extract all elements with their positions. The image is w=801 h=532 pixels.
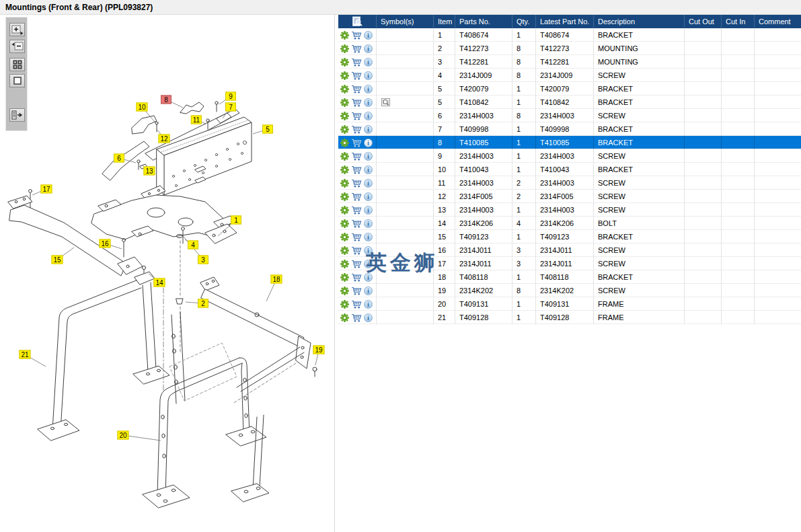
callout-16[interactable]: 16 bbox=[99, 239, 110, 248]
cart-icon[interactable] bbox=[351, 85, 362, 93]
parts-table-row[interactable]: i8T4100851T410085BRACKET bbox=[338, 136, 801, 149]
parts-table-row[interactable]: i142314K20642314K206BOLT bbox=[338, 217, 801, 230]
parts-table-row[interactable]: i3T4122818T412281MOUNTING bbox=[338, 55, 801, 69]
info-icon[interactable]: i bbox=[364, 233, 373, 241]
gear-icon[interactable] bbox=[340, 206, 349, 215]
gear-icon[interactable] bbox=[340, 152, 349, 161]
gear-icon[interactable] bbox=[340, 165, 349, 174]
info-icon[interactable]: i bbox=[364, 125, 373, 134]
column-header-qty[interactable]: Qty. bbox=[512, 15, 536, 28]
parts-table-row[interactable]: i1T4086741T408674BRACKET bbox=[338, 28, 801, 42]
gear-icon[interactable] bbox=[340, 85, 349, 93]
info-icon[interactable]: i bbox=[364, 112, 373, 120]
parts-table-row[interactable]: i18T4081181T408118BRACKET bbox=[338, 270, 801, 284]
gear-icon[interactable] bbox=[340, 300, 349, 309]
info-icon[interactable]: i bbox=[364, 313, 373, 322]
gear-icon[interactable] bbox=[340, 44, 349, 53]
callout-17[interactable]: 17 bbox=[40, 185, 52, 194]
callout-9[interactable]: 9 bbox=[225, 92, 236, 101]
column-header-comment[interactable]: Comment bbox=[755, 15, 801, 28]
cart-icon[interactable] bbox=[351, 219, 362, 228]
callout-8[interactable]: 8 bbox=[161, 96, 171, 104]
column-header-cut_out[interactable]: Cut Out bbox=[685, 15, 722, 28]
callout-1[interactable]: 1 bbox=[231, 216, 241, 225]
zoom-in-button[interactable] bbox=[9, 23, 25, 36]
info-icon[interactable]: i bbox=[364, 139, 373, 147]
parts-table-row[interactable]: i15T4091231T409123BRACKET bbox=[338, 230, 801, 243]
zoom-out-button[interactable] bbox=[9, 40, 25, 53]
parts-table-row[interactable]: i162314J01132314J011SCREW bbox=[338, 243, 801, 257]
parts-table-row[interactable]: i 5T4108421T410842BRACKET bbox=[338, 96, 801, 109]
callout-19[interactable]: 19 bbox=[313, 346, 324, 354]
column-header-parts_no[interactable]: Parts No. bbox=[455, 15, 512, 28]
parts-table-row[interactable]: i2T4122738T412273MOUNTING bbox=[338, 42, 801, 55]
info-icon[interactable]: i bbox=[364, 44, 373, 53]
cart-icon[interactable] bbox=[351, 300, 362, 309]
cart-icon[interactable] bbox=[351, 273, 362, 282]
cart-icon[interactable] bbox=[351, 98, 362, 107]
info-icon[interactable]: i bbox=[364, 152, 373, 161]
cart-icon[interactable] bbox=[351, 246, 362, 255]
gear-icon[interactable] bbox=[340, 192, 349, 201]
cart-icon[interactable] bbox=[351, 313, 362, 322]
parts-table-row[interactable]: i7T4099981T409998BRACKET bbox=[338, 122, 801, 136]
callout-11[interactable]: 11 bbox=[191, 116, 202, 124]
cart-icon[interactable] bbox=[351, 165, 362, 174]
info-icon[interactable]: i bbox=[364, 287, 373, 295]
column-header-cut_in[interactable]: Cut In bbox=[722, 15, 755, 28]
info-icon[interactable]: i bbox=[364, 192, 373, 201]
info-icon[interactable]: i bbox=[364, 165, 373, 174]
gear-icon[interactable] bbox=[340, 71, 349, 80]
gear-icon[interactable] bbox=[340, 246, 349, 255]
callout-7[interactable]: 7 bbox=[225, 103, 236, 112]
cart-icon[interactable] bbox=[351, 31, 362, 40]
info-icon[interactable]: i bbox=[364, 273, 373, 282]
cart-icon[interactable] bbox=[351, 192, 362, 201]
cart-icon[interactable] bbox=[351, 152, 362, 161]
info-icon[interactable]: i bbox=[364, 31, 373, 40]
info-icon[interactable]: i bbox=[364, 260, 373, 268]
callout-12[interactable]: 12 bbox=[158, 135, 169, 143]
callout-14[interactable]: 14 bbox=[153, 278, 165, 287]
parts-table-row[interactable]: i42314J00982314J009SCREW bbox=[338, 69, 801, 82]
cart-icon[interactable] bbox=[351, 125, 362, 134]
callout-18[interactable]: 18 bbox=[270, 275, 282, 284]
cart-icon[interactable] bbox=[351, 206, 362, 215]
tile-view-button[interactable] bbox=[9, 58, 25, 71]
cart-icon[interactable] bbox=[351, 44, 362, 53]
gear-icon[interactable] bbox=[340, 287, 349, 295]
info-icon[interactable]: i bbox=[364, 71, 373, 80]
parts-table-row[interactable]: i10T4100431T410043BRACKET bbox=[338, 163, 801, 176]
callout-2[interactable]: 2 bbox=[198, 299, 208, 308]
callout-20[interactable]: 20 bbox=[117, 431, 128, 440]
gear-icon[interactable] bbox=[340, 260, 349, 268]
gear-icon[interactable] bbox=[340, 273, 349, 282]
parts-table-row[interactable]: i132314H00312314H003SCREW bbox=[338, 203, 801, 217]
callout-15[interactable]: 15 bbox=[51, 256, 63, 264]
cart-icon[interactable] bbox=[351, 139, 362, 147]
parts-table-row[interactable]: i20T4091311T409131FRAME bbox=[338, 297, 801, 311]
info-icon[interactable]: i bbox=[364, 179, 373, 188]
column-header-description[interactable]: Description bbox=[594, 15, 685, 28]
parts-table-row[interactable]: i62314H00382314H003SCREW bbox=[338, 109, 801, 122]
gear-icon[interactable] bbox=[340, 139, 349, 147]
callout-5[interactable]: 5 bbox=[262, 125, 273, 134]
info-icon[interactable]: i bbox=[364, 58, 373, 67]
parts-table-row[interactable]: i21T4091281T409128FRAME bbox=[338, 311, 801, 324]
callout-21[interactable]: 21 bbox=[19, 350, 30, 359]
gear-icon[interactable] bbox=[340, 31, 349, 40]
column-header-symbols[interactable]: Symbol(s) bbox=[377, 15, 434, 28]
column-header-item[interactable]: Item bbox=[434, 15, 455, 28]
gear-icon[interactable] bbox=[340, 313, 349, 322]
column-header-latest_part_no[interactable]: Latest Part No. bbox=[536, 15, 594, 28]
toggle-parts-list-button[interactable] bbox=[9, 108, 25, 122]
gear-icon[interactable] bbox=[340, 112, 349, 120]
gear-icon[interactable] bbox=[340, 179, 349, 188]
cart-icon[interactable] bbox=[351, 71, 362, 80]
info-icon[interactable]: i bbox=[364, 219, 373, 228]
callout-13[interactable]: 13 bbox=[143, 167, 155, 176]
parts-table-row[interactable]: i112314H00322314H003SCREW bbox=[338, 176, 801, 190]
gear-icon[interactable] bbox=[340, 98, 349, 107]
info-icon[interactable]: i bbox=[364, 300, 373, 309]
cart-icon[interactable] bbox=[351, 58, 362, 67]
